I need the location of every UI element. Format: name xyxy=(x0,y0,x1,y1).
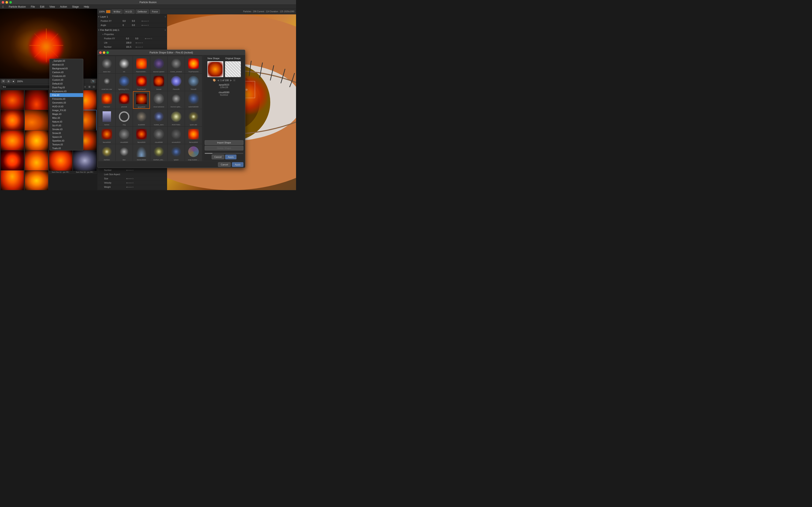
deflector-button[interactable]: Deflector xyxy=(136,9,149,14)
next-shape-button[interactable]: ▶ xyxy=(230,79,232,82)
minimize-button[interactable] xyxy=(5,1,8,4)
shape-thumb[interactable]: flame0000 xyxy=(133,127,150,144)
slider[interactable]: ◀ ≡ xyxy=(126,186,134,188)
prop-row[interactable]: Weight ◀ ≡ xyxy=(97,185,167,189)
import-shape-button[interactable]: Import Shape xyxy=(205,140,243,145)
shape-thumb[interactable]: flame0000 xyxy=(98,127,115,144)
dropdown-item-fire[interactable]: Fire.il3 xyxy=(50,93,83,97)
dropdown-item[interactable]: Magic.il3 xyxy=(50,112,83,116)
menu-app[interactable]: Particle Illusion xyxy=(8,5,27,8)
dropdown-item[interactable]: Abstract.il3 xyxy=(50,63,83,66)
shape-thumb[interactable]: soap bubble ... xyxy=(185,144,202,161)
dropdown-item[interactable]: Custom.il3 xyxy=(50,78,83,82)
dropdown-item[interactable]: Explosions.il3 xyxy=(50,89,83,93)
layer-menu-icon[interactable]: ≡ xyxy=(165,15,166,18)
prop-row[interactable]: Spin ◀ ≡ xyxy=(97,189,167,190)
shape-thumb[interactable]: blur xyxy=(116,144,133,161)
shape-thumb[interactable]: dust0000 xyxy=(133,109,150,126)
shape-thumb[interactable]: waterfall0000 xyxy=(185,91,202,109)
shape-thumb[interactable]: Flame27 xyxy=(98,91,115,109)
dropdown-item[interactable]: _Sampler.il3 xyxy=(50,59,83,63)
shape-thumb[interactable]: Flame28 xyxy=(168,74,185,91)
dropdown-item[interactable]: Default.il3 xyxy=(50,82,83,86)
apple-menu[interactable]:  xyxy=(2,5,4,8)
dropdown-item[interactable]: Nature.il3 xyxy=(50,120,83,124)
shape-thumb[interactable]: fireball xyxy=(150,74,167,91)
dropdown-item[interactable]: Snow.il3 xyxy=(50,131,83,135)
menu-edit[interactable]: Edit xyxy=(39,5,45,8)
shape-thumb[interactable]: cloud0080 xyxy=(116,127,133,144)
dropdown-item[interactable]: Fireworks.il3 xyxy=(50,97,83,101)
dropdown-item[interactable]: Image_FX.il3 xyxy=(50,108,83,112)
dropdown-item[interactable]: Background.il3 xyxy=(50,66,83,70)
shape-thumb[interactable]: spark-alt2 xyxy=(185,109,202,126)
prop-row[interactable]: Life 100.0 ◀ ≡ xyxy=(97,41,167,45)
shape-grid-panel[interactable]: basic blur nf1 Flame32000... xyxy=(98,55,203,161)
slider[interactable]: ◀ ≡ xyxy=(135,46,143,48)
hud-button[interactable]: H.U.D. xyxy=(124,9,135,14)
shape-slider[interactable] xyxy=(205,153,243,154)
shape-thumb[interactable]: ROKT0001 xyxy=(168,109,185,126)
slider[interactable]: ◀ ≡ xyxy=(126,182,134,184)
shape-thumb[interactable]: blurred spike... xyxy=(168,91,185,109)
menu-file[interactable]: File xyxy=(30,5,36,8)
shape-thumb[interactable]: starflare_blur... xyxy=(150,144,167,161)
shape-thumb[interactable]: splash xyxy=(168,144,185,161)
prop-row[interactable]: Velocity ◀ ≡ xyxy=(97,181,167,185)
prop-row[interactable]: Lock Size Aspect xyxy=(97,172,167,177)
slider[interactable]: ◀ ≡ xyxy=(141,24,149,26)
slider[interactable]: ◀ ≡ xyxy=(126,169,134,171)
list-item[interactable]: more fire... xyxy=(0,170,24,190)
menu-view[interactable]: View xyxy=(49,5,56,8)
shape-thumb[interactable]: ring xyxy=(116,109,133,126)
prop-row[interactable]: Number 101.5 ◀ ≡ xyxy=(97,45,167,49)
dropdown-item[interactable]: Sparkles.il3 xyxy=(50,139,83,143)
dropdown-item[interactable]: Dust-Fog.il3 xyxy=(50,86,83,89)
shape-thumb[interactable]: lightning 01 b... xyxy=(116,74,133,91)
shape-thumb[interactable]: cloud advance xyxy=(150,91,167,109)
prop-row[interactable]: Size ◀ ≡ xyxy=(97,177,167,181)
color-swatch[interactable] xyxy=(106,10,110,13)
shape-thumb[interactable]: blurred splotch xyxy=(150,56,167,73)
shape-thumb-apop[interactable]: apop0023 xyxy=(133,91,150,109)
color-btn[interactable]: ■ xyxy=(11,79,15,83)
dropdown-item[interactable]: HUD-UI.il3 xyxy=(50,105,83,108)
shape-thumb[interactable]: starflare xyxy=(98,144,115,161)
dropdown-item[interactable]: Geometric.il3 xyxy=(50,101,83,105)
shape-thumb[interactable]: hubble_stars xyxy=(150,109,167,126)
maximize-button[interactable] xyxy=(9,1,12,4)
editor-max[interactable] xyxy=(106,51,109,54)
list-item[interactable]: Sun Fire 03 ::pe PR:: xyxy=(73,150,97,174)
close-button[interactable] xyxy=(2,1,4,4)
mode-btn-m[interactable]: M xyxy=(1,79,5,83)
slider[interactable]: ◀ ≡ xyxy=(145,38,152,40)
slider[interactable]: ◀ ≡ xyxy=(141,20,149,22)
shape-thumb[interactable]: Flame32000... xyxy=(133,56,150,73)
slider[interactable]: ◀ ≡ xyxy=(135,42,143,44)
mblur-button[interactable]: M-Blur xyxy=(112,9,122,14)
shape-dropdown[interactable]: _Sampler.il3 Abstract.il3 Background.il3… xyxy=(49,59,83,151)
grid-btn[interactable]: ⊞ xyxy=(6,79,11,83)
dropdown-item[interactable]: Sci-Fi.il3 xyxy=(50,124,83,127)
list-view-icon[interactable]: ≡ xyxy=(83,85,87,89)
camera-btn[interactable]: 📷 xyxy=(91,79,96,83)
dropdown-item[interactable]: Texture.il3 xyxy=(50,143,83,147)
prop-row[interactable]: Position XY 0.0 0.0 ◀ ≡ xyxy=(97,37,167,41)
grid-view-icon[interactable]: ⊞ xyxy=(88,85,91,89)
dropdown-item[interactable]: Creatures.il3 xyxy=(50,74,83,78)
dropdown-item[interactable]: Space.il3 xyxy=(50,135,83,139)
menu-action[interactable]: Action xyxy=(59,5,68,8)
shape-thumb[interactable]: flames0000 xyxy=(185,127,202,144)
prop-row[interactable]: Position XY 0.0 0.0 ◀ ≡ xyxy=(97,19,167,23)
slider[interactable]: ◀ ≡ xyxy=(126,177,134,180)
list-item[interactable]: Sun Fire 02 ::pe PR:: xyxy=(49,150,72,174)
dropdown-item[interactable]: Misc.il3 xyxy=(50,116,83,120)
apply-button[interactable]: Apply xyxy=(225,155,237,159)
shape-thumb[interactable]: DomeJ0000 xyxy=(133,144,150,161)
new-shape-box[interactable] xyxy=(207,61,223,77)
editor-min[interactable] xyxy=(103,51,105,54)
dropdown-item[interactable]: Smoke.il3 xyxy=(50,127,83,131)
grid-layout-icon[interactable]: ⊞ xyxy=(233,79,235,82)
shape-thumb[interactable]: smoke0022 xyxy=(168,127,185,144)
bottom-apply-button[interactable]: Apply xyxy=(232,162,243,167)
